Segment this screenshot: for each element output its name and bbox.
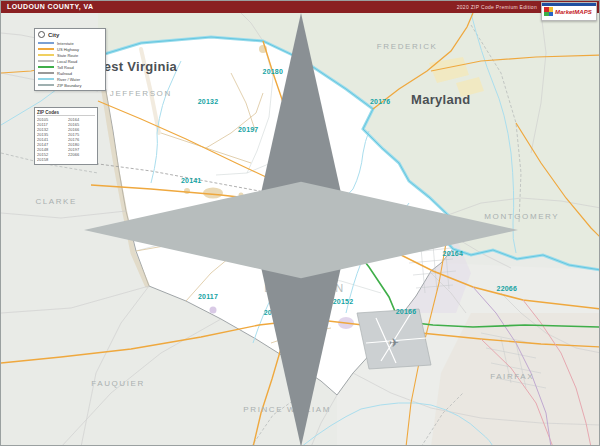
logo-brand-text: MarketMAPS — [555, 9, 592, 15]
publisher-logo: MarketMAPS — [541, 2, 597, 21]
legend-swatch — [38, 42, 54, 44]
zip-index-list: 2010520117201322013520141201472014820152… — [37, 117, 95, 162]
legend-swatch — [38, 60, 54, 62]
logo-map-icon — [544, 7, 553, 16]
legend-label: State Route — [57, 53, 78, 58]
legend-label: US Highway — [57, 47, 79, 52]
legend-label: ZIP Boundary — [57, 83, 81, 88]
map-canvas: ✈ City InterstateUS HighwayState RouteLo… — [1, 13, 600, 446]
inset-zip-20158: 20158 — [37, 157, 64, 162]
edition-label: 2020 ZIP Code Premium Edition — [457, 1, 537, 13]
wall-map-page: LOUDOUN COUNTY, VA 2020 ZIP Code Premium… — [0, 0, 600, 446]
zip-index-inset: ZIP Codes 201052011720132201352014120147… — [34, 107, 98, 165]
legend-label: Local Road — [57, 59, 77, 64]
legend-rows: InterstateUS HighwayState RouteLocal Roa… — [38, 40, 102, 88]
legend-swatch — [38, 72, 54, 74]
zip-index-title: ZIP Codes — [37, 110, 95, 116]
map-legend: City InterstateUS HighwayState RouteLoca… — [34, 28, 106, 91]
legend-label: River / Water — [57, 77, 80, 82]
legend-label: Railroad — [57, 71, 72, 76]
legend-swatch — [38, 66, 54, 68]
legend-city-label: City — [48, 32, 59, 38]
legend-label: Interstate — [57, 41, 74, 46]
map-title-bar: LOUDOUN COUNTY, VA 2020 ZIP Code Premium… — [1, 1, 599, 13]
legend-label: Toll Road — [57, 65, 74, 70]
legend-swatch — [38, 54, 54, 56]
city-symbol-icon — [38, 31, 45, 38]
legend-swatch — [38, 84, 54, 86]
map-title: LOUDOUN COUNTY, VA — [7, 1, 93, 13]
legend-swatch — [38, 48, 54, 50]
inset-zip-22066: 22066 — [68, 152, 95, 157]
legend-item-zip-boundary: ZIP Boundary — [38, 82, 102, 88]
legend-swatch — [38, 78, 54, 80]
